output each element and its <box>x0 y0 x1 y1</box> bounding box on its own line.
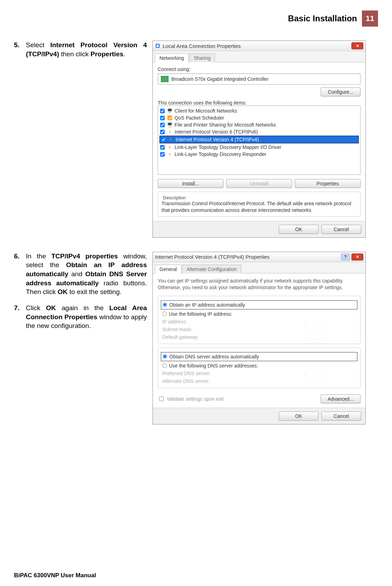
list-item[interactable]: 🖥️Client for Microsoft Networks <box>159 107 359 114</box>
subnet-mask-row: Subnet mask:... <box>162 326 357 333</box>
close-button[interactable]: ✕ <box>351 253 363 260</box>
connect-using-label: Connect using: <box>158 66 190 72</box>
connection-items-list[interactable]: 🖥️Client for Microsoft Networks 📶QoS Pac… <box>158 106 361 175</box>
nic-icon <box>161 76 169 82</box>
footer-text: BiPAC 6300VNP User Manual <box>14 572 96 579</box>
qos-icon: 📶 <box>167 115 172 121</box>
items-label: This connection uses the following items… <box>158 100 247 106</box>
tab-networking[interactable]: Networking <box>155 53 188 62</box>
dialog-title: Internet Protocol Version 4 (TCP/IPv4) P… <box>155 254 341 260</box>
item-checkbox[interactable] <box>160 123 165 127</box>
lltd-icon: 🔸 <box>167 144 172 150</box>
adapter-name: Broadcom 570x Gigabit Integrated Control… <box>171 76 269 82</box>
properties-button[interactable]: Properties <box>295 179 361 188</box>
advanced-button[interactable]: Advanced... <box>321 394 361 403</box>
item-checkbox[interactable] <box>160 145 165 150</box>
close-button[interactable]: ✕ <box>351 42 363 49</box>
step-7: 7. Click OK again in the Local Area Conn… <box>14 303 147 330</box>
validate-checkbox[interactable] <box>159 396 164 401</box>
network-icon <box>155 43 161 49</box>
lltd-icon: 🔸 <box>167 151 172 157</box>
list-item[interactable]: 🔸Link-Layer Topology Discovery Responder <box>159 151 359 158</box>
uninstall-button: Uninstall <box>226 179 292 188</box>
list-item[interactable]: 📶QoS Packet Scheduler <box>159 114 359 121</box>
cancel-button[interactable]: Cancel <box>321 225 361 234</box>
page-number-badge: 11 <box>362 10 378 27</box>
item-checkbox[interactable] <box>160 116 165 120</box>
ok-button[interactable]: OK <box>279 412 319 421</box>
svg-rect-1 <box>157 45 159 47</box>
description-label: Description <box>162 195 187 200</box>
ok-button[interactable]: OK <box>279 225 319 234</box>
step-5: 5. Select Internet Protocol Version 4 (T… <box>14 41 147 58</box>
client-icon: 🖥️ <box>167 108 172 114</box>
configure-button[interactable]: Configure... <box>321 87 361 97</box>
description-text: Transmission Control Protocol/Internet P… <box>162 200 357 214</box>
share-icon: 🖥️ <box>167 122 172 128</box>
obtain-dns-auto-radio[interactable]: Obtain DNS server address automatically <box>161 352 357 361</box>
protocol-icon: 🔸 <box>168 137 173 142</box>
use-dns-radio[interactable]: Use the following DNS server addresses: <box>162 362 357 370</box>
list-item-selected[interactable]: 🔸Internet Protocol Version 4 (TCP/IPv4) <box>159 136 359 143</box>
gateway-row: Default gateway:... <box>162 333 357 341</box>
adapter-field[interactable]: Broadcom 570x Gigabit Integrated Control… <box>158 73 361 85</box>
item-checkbox[interactable] <box>161 137 166 142</box>
step-6: 6. In the TCP/IPv4 properties window, se… <box>14 252 147 296</box>
page-header-title: Basic Installation <box>288 14 357 23</box>
obtain-ip-auto-radio[interactable]: Obtain an IP address automatically <box>161 300 357 309</box>
local-area-connection-properties-dialog: Local Area Connection Properties ✕ Netwo… <box>152 41 366 238</box>
list-item[interactable]: 🔸Link-Layer Topology Discovery Mapper I/… <box>159 144 359 151</box>
item-checkbox[interactable] <box>160 152 165 157</box>
item-checkbox[interactable] <box>160 130 165 134</box>
tab-sharing[interactable]: Sharing <box>189 53 215 62</box>
tab-alternate[interactable]: Alternate Configuration <box>182 265 241 273</box>
validate-checkbox-row[interactable]: Validate settings upon exit <box>158 395 223 402</box>
use-ip-radio[interactable]: Use the following IP address: <box>162 310 357 318</box>
dialog-title: Local Area Connection Properties <box>163 43 351 49</box>
item-checkbox[interactable] <box>160 109 165 113</box>
ipv4-properties-dialog: Internet Protocol Version 4 (TCP/IPv4) P… <box>152 252 366 424</box>
alternate-dns-row: Alternate DNS server:... <box>162 377 357 385</box>
tab-general[interactable]: General <box>155 265 181 273</box>
intro-text: You can get IP settings assigned automat… <box>158 278 361 291</box>
help-button[interactable]: ? <box>341 253 350 260</box>
list-item[interactable]: 🔸Internet Protocol Version 6 (TCP/IPv6) <box>159 128 359 135</box>
cancel-button[interactable]: Cancel <box>321 412 361 421</box>
preferred-dns-row: Preferred DNS server:... <box>162 370 357 377</box>
list-item[interactable]: 🖥️File and Printer Sharing for Microsoft… <box>159 121 359 128</box>
install-button[interactable]: Install... <box>158 179 223 188</box>
protocol-icon: 🔸 <box>167 129 172 135</box>
ip-address-row: IP address:... <box>162 318 357 326</box>
